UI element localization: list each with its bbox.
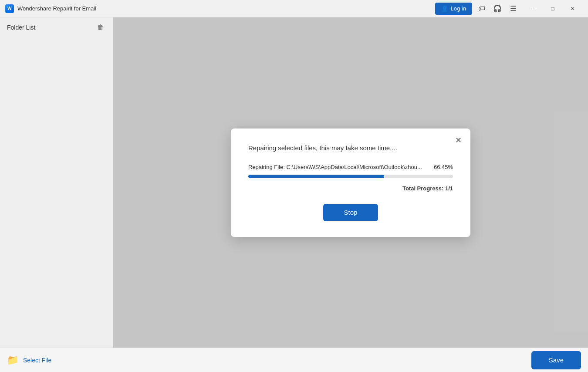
total-progress-text: Total Progress: 1/1 xyxy=(402,185,453,192)
sidebar-title: Folder List xyxy=(7,24,35,31)
repair-dialog: ✕ Repairing selected files, this may tak… xyxy=(231,129,470,237)
repair-file-row: Repairing File: C:\Users\WS\AppData\Loca… xyxy=(248,164,453,170)
app-icon: W xyxy=(5,4,14,13)
title-bar: W Wondershare Repairit for Email 👤 Log i… xyxy=(0,0,588,17)
maximize-button[interactable]: □ xyxy=(543,2,563,16)
headset-icon: 🎧 xyxy=(493,4,502,13)
save-button[interactable]: Save xyxy=(531,351,581,369)
login-button[interactable]: 👤 Log in xyxy=(435,3,472,15)
total-progress-row: Total Progress: 1/1 xyxy=(248,185,453,192)
repair-percent: 66.45% xyxy=(434,164,453,170)
menu-icon-button[interactable]: ☰ xyxy=(507,3,519,15)
window-controls: — □ ✕ xyxy=(523,2,583,16)
modal-overlay: ✕ Repairing selected files, this may tak… xyxy=(113,17,588,348)
menu-icon: ☰ xyxy=(510,4,516,13)
main-layout: Folder List 🗑 ✕ Repairing selected files… xyxy=(0,17,588,348)
modal-close-button[interactable]: ✕ xyxy=(453,135,463,146)
content-area: ✕ Repairing selected files, this may tak… xyxy=(113,17,588,348)
repair-file-label: Repairing File: C:\Users\WS\AppData\Loca… xyxy=(248,164,422,170)
sidebar-header: Folder List 🗑 xyxy=(0,23,113,36)
title-bar-actions: 👤 Log in 🏷 🎧 ☰ — □ ✕ xyxy=(435,2,583,16)
close-icon: ✕ xyxy=(571,6,575,12)
stop-button[interactable]: Stop xyxy=(323,204,378,221)
select-file-label: Select File xyxy=(23,357,51,364)
modal-message: Repairing selected files, this may take … xyxy=(248,144,453,152)
modal-close-icon: ✕ xyxy=(455,136,462,145)
bookmark-icon: 🏷 xyxy=(478,5,485,13)
close-button[interactable]: ✕ xyxy=(563,2,583,16)
modal-footer: Stop xyxy=(248,204,453,221)
headset-icon-button[interactable]: 🎧 xyxy=(491,3,504,15)
bookmark-icon-button[interactable]: 🏷 xyxy=(476,3,488,15)
delete-icon-button[interactable]: 🗑 xyxy=(95,23,106,32)
maximize-icon: □ xyxy=(551,6,554,12)
trash-icon: 🗑 xyxy=(97,24,104,31)
progress-bar-fill xyxy=(248,175,384,178)
user-icon: 👤 xyxy=(441,5,448,12)
app-title: Wondershare Repairit for Email xyxy=(17,5,96,12)
sidebar: Folder List 🗑 xyxy=(0,17,113,348)
minimize-icon: — xyxy=(530,6,535,12)
minimize-button[interactable]: — xyxy=(523,2,543,16)
progress-bar-background xyxy=(248,175,453,178)
bottom-bar: 📁 Select File Save xyxy=(0,348,588,372)
select-file-button[interactable]: 📁 Select File xyxy=(7,355,51,366)
folder-icon: 📁 xyxy=(7,355,19,366)
title-bar-left: W Wondershare Repairit for Email xyxy=(5,4,435,13)
